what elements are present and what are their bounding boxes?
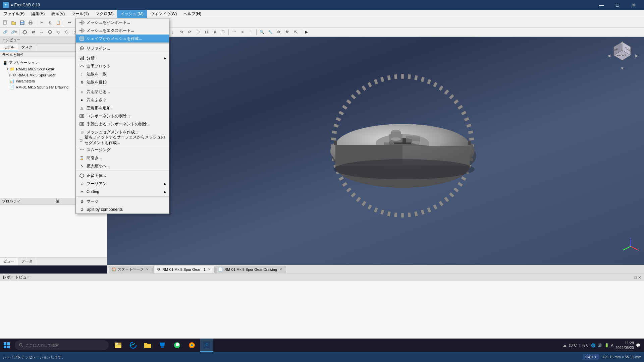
maximize-button[interactable]: □ [610,0,625,10]
svg-text:FRONT: FRONT [617,54,626,57]
taskbar-freecad[interactable]: F [200,339,213,352]
tab-gear[interactable]: ⚙ RM-01 Mk.5 Spur Gear : 1 ✕ [153,266,215,273]
undo-button[interactable]: ↩ [65,19,73,26]
save-button[interactable] [18,19,26,26]
report-close[interactable]: ✕ [638,275,641,280]
svg-marker-43 [362,201,366,206]
mm-fill-hole[interactable]: ● 穴をふさぐ [76,96,169,104]
taskbar-explorer[interactable] [111,339,125,352]
link-button[interactable]: 🔗 [1,28,9,36]
t2-b1[interactable]: ⇄ [29,28,37,36]
mm-create-mesh[interactable]: シェイプからメッシュを作成... [76,35,169,43]
t2-b25[interactable]: ≡ [238,28,247,36]
tab-startpage[interactable]: 🏠 スタートページ ✕ [109,266,153,273]
mm-scale[interactable]: ⤡ 拡大縮小へ... [76,162,169,170]
link2-button[interactable]: 🔗▾ [10,28,18,36]
mm-analysis[interactable]: 分析 ▶ [76,54,169,62]
snap-button[interactable] [21,28,29,36]
t2-b32[interactable]: ▶ [303,28,311,36]
paste-button[interactable]: 📋 [54,19,62,26]
system-clock[interactable]: 11:29 2022/03/20 [615,341,634,350]
t2-b3[interactable] [46,28,54,36]
menu-help[interactable]: ヘルプ(H) [180,10,205,18]
tab-data[interactable]: データ [18,258,36,265]
taskbar-files[interactable] [141,339,154,352]
orientation-cube[interactable]: FRONT TOP RIGHT ▼ ▲ ▶ ◀ [607,40,637,70]
menu-tools[interactable]: ツール(T) [68,10,92,18]
mm-export[interactable]: メッシュをエクスポート... [76,26,169,35]
taskbar-store[interactable] [156,339,169,352]
print-button[interactable] [26,19,35,26]
notification-icon[interactable]: 💬 [636,343,641,348]
taskbar-search[interactable]: ここに入力して検索 [15,340,109,350]
tab-task[interactable]: タスク [18,44,36,51]
t2-b4[interactable]: ◇ [54,28,62,36]
mm-curvature[interactable]: 曲率プロット [76,62,169,70]
svg-marker-78 [453,99,459,104]
t2-b31[interactable]: ⛏ [291,28,300,36]
mm-createseg-label: メッシュセグメントを作成... [87,129,138,135]
menu-edit[interactable]: 編集(E) [28,10,48,18]
t2-b2[interactable]: ↔ [38,28,46,36]
mm-smoothing[interactable]: 〰 スムージング [76,146,169,154]
mm-boolean[interactable]: ⊕ ブーリアン ▶ [76,180,169,188]
mm-polyhedron[interactable]: 正多面体... [76,172,169,180]
tab-view[interactable]: ビュー [0,258,18,265]
cad-dropdown[interactable]: ▾ [595,355,596,359]
tab-drawing[interactable]: 📄 RM-01 Mk.5 Spur Gear Drawing ✕ [215,266,286,273]
t2-b21[interactable]: ⊟ [202,28,210,36]
main-viewport[interactable]: /* teeth will be drawn via JS below */ [107,37,644,265]
drawing-label: RM-01 Mk.5 Spur Gear Drawing [16,85,68,89]
mm-split[interactable]: ⊘ Split by components [76,205,169,214]
mm-fit-segment[interactable]: ⊡ 最もフィットするサーフェスからメッシュのセグメントを作成... [76,136,169,144]
cut-button[interactable]: ✂ [38,19,46,26]
menu-macro[interactable]: マクロ(M) [92,10,117,18]
mm-harmonize[interactable]: ↕ 法線を一致 [76,70,169,78]
mm-close-hole[interactable]: ○ 穴を閉じる... [76,88,169,96]
t2-b29[interactable]: ⚙ [275,28,283,36]
menu-file[interactable]: ファイル(F) [0,10,28,18]
taskbar-edge[interactable] [126,339,140,352]
svg-marker-81 [464,117,469,121]
t2-b5[interactable]: ⬡ [63,28,71,36]
copy-button[interactable]: ⎘ [46,19,54,26]
mm-add-triangle[interactable]: △ 三角形を追加 [76,104,169,112]
mm-merge[interactable]: ⊗ マージ [76,197,169,205]
t2-b26[interactable]: ⋮ [247,28,255,36]
drawing-tab-close[interactable]: ✕ [278,267,283,272]
t2-b24[interactable]: ⋯ [230,28,238,36]
mm-decimating[interactable]: ⌛ 間引き... [76,154,169,162]
t2-b17[interactable]: ↕ [169,28,177,36]
t2-b30[interactable]: ⚒ [283,28,291,36]
mm-cutting[interactable]: ✂ Cutting ▶ [76,188,169,196]
startpage-close[interactable]: ✕ [145,267,150,272]
t2-b19[interactable]: ⟳ [185,28,194,36]
mm-remove-comp[interactable]: コンポーネントの削除... [76,112,169,120]
t2-b23[interactable]: ☐ [219,28,227,36]
mm-refine[interactable]: リファイン... [76,44,169,52]
mm-removecompmanual-icon [78,121,85,127]
t2-b22[interactable]: ⊠ [211,28,219,36]
tab-model[interactable]: モデル [0,44,18,51]
svg-marker-44 [356,197,361,202]
cad-indicator[interactable]: CAD ▾ [583,354,599,360]
menu-mesh[interactable]: メッシュ (M) [117,10,147,18]
menu-window[interactable]: ウィンドウ(W) [147,10,180,18]
t2-b27[interactable]: 🔍 [258,28,266,36]
new-button[interactable] [1,19,9,26]
taskbar-firefox[interactable] [185,339,199,352]
close-button[interactable]: ✕ [626,0,641,10]
open-button[interactable] [10,19,18,26]
t2-b18[interactable]: ⟲ [177,28,185,36]
taskbar-app5[interactable] [170,339,184,352]
gear-tab-close[interactable]: ✕ [207,267,212,272]
menu-view[interactable]: 表示(V) [48,10,68,18]
report-expand[interactable]: □ [634,275,637,280]
minimize-button[interactable]: — [594,0,609,10]
start-button[interactable] [0,339,13,352]
t2-b20[interactable]: ⊞ [194,28,202,36]
mm-import[interactable]: メッシュをインポート... [76,18,169,26]
mm-remove-comp-manual[interactable]: 手動によるコンポーネントの削除... [76,120,169,128]
mm-flip[interactable]: ⇅ 法線を反転 [76,78,169,86]
t2-b28[interactable]: 🔧 [266,28,274,36]
